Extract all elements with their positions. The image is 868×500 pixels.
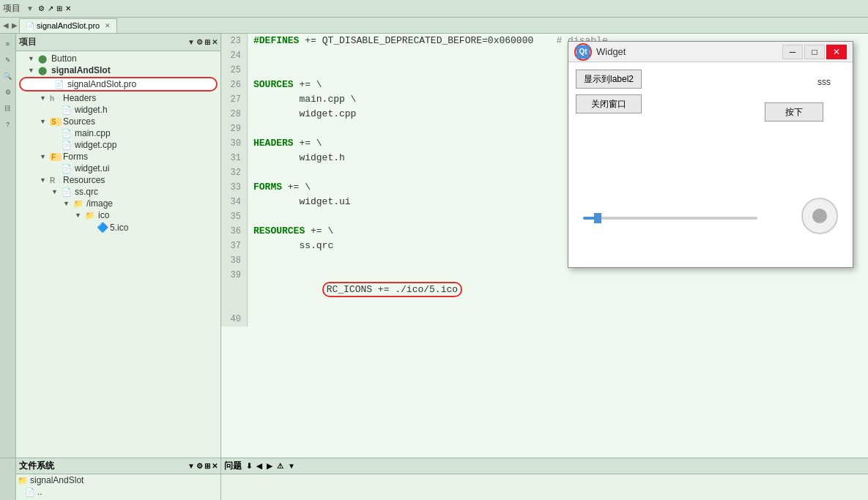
- left-icon-list[interactable]: 目: [1, 101, 15, 116]
- fs-icon-filter[interactable]: ▼: [188, 462, 195, 470]
- filesystem-content: 📁 signalAndSlot 📄 .. 📁 ico 📄 main.cpp 📄: [16, 474, 220, 500]
- project-toolbar: 项目 ▼ ⚙ ↗ ⊞ ✕: [0, 0, 868, 18]
- problems-icon-forward[interactable]: ▶: [267, 462, 272, 470]
- tree-item-button[interactable]: ▼ ⬤ Button: [16, 53, 220, 64]
- tree-item-sources[interactable]: ▼ S Sources: [16, 116, 220, 127]
- project-toolbar-title: 项目: [3, 2, 21, 15]
- fs-icon-expand[interactable]: ⊞: [204, 462, 210, 470]
- tree-item-resources[interactable]: ▼ R Resources: [16, 174, 220, 186]
- widget-close-button[interactable]: ✕: [826, 45, 847, 59]
- widget-titlebar: Qt Widget ─ □ ✕: [568, 42, 853, 62]
- left-icon-gear[interactable]: ⚙: [1, 85, 15, 100]
- tab-bar: ◀ ▶ 📄 signalAndSlot.pro ✕: [0, 18, 868, 34]
- problems-header: 问题 ⬇ ◀ ▶ ⚠ ▼: [221, 458, 868, 474]
- tree-item-headers[interactable]: ▼ h Headers: [16, 92, 220, 104]
- sidebar-icon-link[interactable]: ⚙: [196, 38, 203, 46]
- slider-track: [583, 217, 757, 220]
- widget-title: Widget: [596, 46, 626, 57]
- filesystem-header: 文件系统 ▼ ⚙ ⊞ ✕: [16, 458, 220, 474]
- left-icon-search[interactable]: 🔍: [1, 69, 15, 83]
- problems-icon-back[interactable]: ◀: [256, 462, 262, 470]
- problems-icon-warning[interactable]: ⚠: [277, 462, 283, 470]
- widget-dial[interactable]: [801, 198, 838, 234]
- problems-icon-filter[interactable]: ▼: [288, 462, 295, 470]
- filesystem-title: 文件系统: [19, 460, 54, 472]
- toolbar-grid-icon[interactable]: ⊞: [56, 4, 62, 12]
- fs-icon-link[interactable]: ⚙: [196, 462, 203, 470]
- toolbar-dropdown-arrow[interactable]: ▼: [26, 4, 34, 12]
- toolbar-close-icon[interactable]: ✕: [65, 4, 71, 12]
- left-icon-help[interactable]: ?: [1, 117, 15, 132]
- tree-item-widget-h[interactable]: 📄 widget.h: [16, 104, 220, 116]
- widget-icon-circle: Qt: [574, 43, 592, 61]
- sidebar-icon-filter[interactable]: ▼: [188, 38, 195, 46]
- tab-close-icon[interactable]: ✕: [105, 22, 111, 29]
- filesystem-header-icons: ▼ ⚙ ⊞ ✕: [188, 462, 218, 470]
- tab-file-icon: 📄: [26, 22, 34, 30]
- tree-item-main-cpp[interactable]: 📄 main.cpp: [16, 127, 220, 139]
- tree-item-signalandslot-pro[interactable]: 📄 signalAndSlot.pro: [19, 77, 218, 92]
- widget-push-button[interactable]: 按下: [765, 102, 823, 122]
- widget-maximize-button[interactable]: □: [804, 45, 825, 59]
- code-line-40: 40: [221, 312, 868, 327]
- tree-item-image-folder[interactable]: ▼ 📁 /image: [16, 198, 220, 209]
- left-icon-strip: ≡ ✎ 🔍 ⚙ 目 ?: [0, 34, 16, 458]
- sidebar-header-icons: ▼ ⚙ ⊞ ✕: [188, 38, 218, 46]
- project-sidebar: 项目 ▼ ⚙ ⊞ ✕ ▼ ⬤ Button: [16, 34, 221, 458]
- widget-show-label-button[interactable]: 显示到label2: [576, 70, 642, 89]
- widget-slider-area: [583, 217, 757, 220]
- widget-close-window-button[interactable]: 关闭窗口: [576, 94, 642, 113]
- tree-item-ico-folder[interactable]: ▼ 📁 ico: [16, 209, 220, 221]
- tree-item-forms[interactable]: ▼ F Forms: [16, 151, 220, 163]
- tab-nav-back[interactable]: ◀: [1, 21, 10, 29]
- toolbar-arrow-icon[interactable]: ↗: [48, 4, 53, 12]
- tree-item-ss-qrc[interactable]: ▼ 📄 ss.qrc: [16, 186, 220, 198]
- tab-signalandslot-pro[interactable]: 📄 signalAndSlot.pro ✕: [19, 18, 117, 33]
- slider-thumb[interactable]: [594, 213, 601, 223]
- fs-item-dotdot[interactable]: 📄 ..: [16, 486, 220, 498]
- widget-body: 显示到label2 关闭窗口 sss 按下: [568, 62, 853, 267]
- widget-window: Qt Widget ─ □ ✕ 显示到label2 关闭窗口 sss 按下: [568, 41, 853, 268]
- problems-title: 问题: [224, 460, 242, 472]
- sidebar-icon-expand[interactable]: ⊞: [204, 38, 210, 46]
- problems-icon-download[interactable]: ⬇: [246, 462, 252, 470]
- code-line-39: 39 RC_ICONS += ./ico/5.ico: [221, 268, 868, 312]
- tree-item-5-ico[interactable]: 🔷 5.ico: [16, 221, 220, 234]
- toolbar-link-icon[interactable]: ⚙: [38, 4, 45, 12]
- left-icon-menu[interactable]: ≡: [1, 37, 15, 51]
- tree-item-widget-cpp[interactable]: 📄 widget.cpp: [16, 139, 220, 151]
- tab-nav-forward[interactable]: ▶: [10, 21, 19, 29]
- widget-controls: ─ □ ✕: [782, 45, 847, 59]
- code-editor-area: 23 #DEFINES += QT_DISABLE_DEPRECATED_BEF…: [221, 34, 868, 458]
- fs-item-signalandslot[interactable]: 📁 signalAndSlot: [16, 474, 220, 486]
- filesystem-panel: 文件系统 ▼ ⚙ ⊞ ✕ 📁 signalAndSlot 📄 ..: [16, 458, 221, 500]
- widget-minimize-button[interactable]: ─: [782, 45, 803, 59]
- sidebar-icon-close[interactable]: ✕: [212, 38, 218, 46]
- fs-icon-close[interactable]: ✕: [212, 462, 218, 470]
- tree-item-widget-ui[interactable]: 📄 widget.ui: [16, 163, 220, 174]
- tree-item-signalandslot[interactable]: ▼ ⬤ signalAndSlot: [16, 64, 220, 76]
- bottom-left-icon-strip: [0, 458, 16, 500]
- left-icon-edit[interactable]: ✎: [1, 53, 15, 67]
- tab-label: signalAndSlot.pro: [37, 21, 100, 30]
- sidebar-header: 项目 ▼ ⚙ ⊞ ✕: [16, 34, 220, 51]
- widget-qt-icon: Qt: [576, 45, 590, 59]
- problems-panel: 问题 ⬇ ◀ ▶ ⚠ ▼: [221, 458, 868, 500]
- sidebar-title: 项目: [19, 36, 37, 48]
- widget-sss-label: sss: [817, 77, 831, 87]
- project-tree: ▼ ⬤ Button ▼ ⬤ signalAndSlot 📄: [16, 51, 220, 458]
- bottom-area: 文件系统 ▼ ⚙ ⊞ ✕ 📁 signalAndSlot 📄 ..: [0, 458, 868, 500]
